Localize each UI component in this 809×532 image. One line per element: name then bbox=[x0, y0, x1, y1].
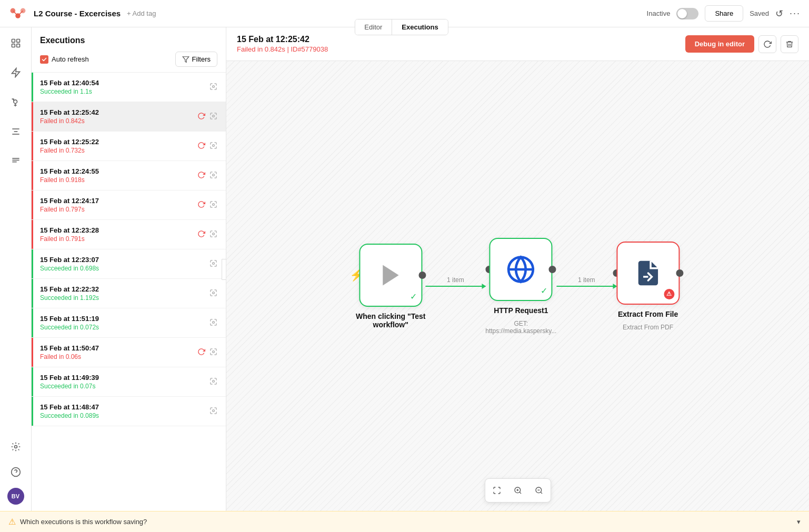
execution-list-item[interactable]: 15 Feb at 11:48:47Succeeded in 0.089s bbox=[32, 397, 226, 426]
execution-list-item[interactable]: 15 Feb at 12:23:28Failed in 0.791s bbox=[32, 220, 226, 249]
node-extract[interactable]: ⚠ Extract From File Extract From PDF bbox=[616, 242, 680, 331]
auto-refresh-checkbox[interactable] bbox=[40, 55, 48, 64]
retry-execution-icon[interactable] bbox=[197, 112, 205, 122]
more-options-icon[interactable]: ··· bbox=[790, 8, 801, 19]
zoom-out-button[interactable] bbox=[530, 481, 548, 500]
svg-point-31 bbox=[213, 380, 215, 382]
view-execution-icon[interactable] bbox=[209, 377, 217, 387]
svg-point-30 bbox=[213, 350, 215, 353]
retry-execution-icon[interactable] bbox=[197, 200, 205, 210]
view-execution-icon[interactable] bbox=[209, 259, 217, 269]
node-http[interactable]: ✓ HTTP Request1 GET: https://media.kaspe… bbox=[485, 238, 556, 335]
view-execution-icon[interactable] bbox=[209, 112, 217, 122]
svg-point-21 bbox=[213, 85, 215, 87]
execution-list-item[interactable]: 15 Feb at 12:40:54Succeeded in 1.1s bbox=[32, 73, 226, 102]
execution-status-bar bbox=[32, 73, 33, 102]
view-execution-icon[interactable] bbox=[209, 348, 217, 357]
debug-in-editor-button[interactable]: Debug in editor bbox=[685, 35, 754, 53]
svg-point-17 bbox=[14, 446, 17, 448]
http-node-box[interactable]: ✓ bbox=[490, 238, 553, 301]
toggle-knob bbox=[677, 9, 687, 18]
execution-status-bar bbox=[32, 367, 33, 396]
inactive-label: Inactive bbox=[647, 9, 671, 17]
view-execution-icon[interactable] bbox=[209, 230, 217, 239]
view-execution-icon[interactable] bbox=[209, 318, 217, 328]
execution-list-item[interactable]: 15 Feb at 12:24:55Failed in 0.918s bbox=[32, 161, 226, 190]
execution-status-bar bbox=[32, 308, 33, 337]
view-execution-icon[interactable] bbox=[209, 289, 217, 298]
extract-error-badge: ⚠ bbox=[664, 289, 674, 299]
sidebar-item-settings[interactable] bbox=[6, 437, 25, 456]
zoom-in-button[interactable] bbox=[508, 481, 527, 500]
execution-date: 15 Feb at 12:25:22 bbox=[40, 138, 197, 146]
user-avatar[interactable]: BV bbox=[7, 488, 24, 505]
sidebar-item-workflows[interactable] bbox=[6, 34, 25, 53]
bottom-bar-text: Which executions is this workflow saving… bbox=[20, 518, 147, 526]
svg-point-24 bbox=[213, 174, 215, 176]
sidebar-item-help[interactable] bbox=[6, 463, 25, 481]
sidebar-item-integrations[interactable] bbox=[6, 63, 25, 82]
execution-list-item[interactable]: 15 Feb at 12:24:17Failed in 0.797s bbox=[32, 190, 226, 220]
view-execution-icon[interactable] bbox=[209, 171, 217, 180]
retry-execution-icon[interactable] bbox=[197, 142, 205, 151]
sidebar-bottom: BV bbox=[6, 437, 25, 505]
execution-date: 15 Feb at 12:23:28 bbox=[40, 226, 197, 234]
svg-point-22 bbox=[213, 115, 215, 117]
inactive-toggle[interactable] bbox=[676, 8, 698, 19]
view-execution-icon[interactable] bbox=[209, 83, 217, 92]
view-execution-icon[interactable] bbox=[209, 200, 217, 210]
execution-list-item[interactable]: 15 Feb at 12:22:32Succeeded in 1.192s bbox=[32, 279, 226, 308]
execution-list-item[interactable]: 15 Feb at 11:51:19Succeeded in 0.072s bbox=[32, 308, 226, 338]
execution-list-item[interactable]: 15 Feb at 12:25:22Failed in 0.732s bbox=[32, 132, 226, 161]
retry-execution-icon[interactable] bbox=[197, 348, 205, 357]
trigger-node-box[interactable]: ✓ bbox=[359, 244, 422, 307]
sidebar-item-logs[interactable] bbox=[6, 152, 25, 170]
sidebar-item-credentials[interactable] bbox=[6, 93, 25, 112]
warning-icon: ⚠ bbox=[8, 517, 16, 527]
svg-rect-5 bbox=[12, 39, 15, 43]
trigger-check-icon: ✓ bbox=[410, 292, 417, 302]
svg-rect-8 bbox=[16, 44, 19, 47]
execution-list-item[interactable]: 15 Feb at 12:23:07Succeeded in 0.698s bbox=[32, 249, 226, 279]
connection-2-label: 1 item bbox=[578, 276, 595, 284]
auto-refresh-control[interactable]: Auto refresh bbox=[40, 55, 89, 64]
execution-status-bar bbox=[32, 161, 33, 190]
execution-status-bar bbox=[32, 249, 33, 278]
svg-point-29 bbox=[213, 321, 215, 323]
execution-status: Failed in 0.791s bbox=[40, 235, 197, 243]
view-execution-icon[interactable] bbox=[209, 407, 217, 416]
share-button[interactable]: Share bbox=[705, 5, 743, 22]
execution-status-bar bbox=[32, 397, 33, 426]
view-execution-icon[interactable] bbox=[209, 142, 217, 151]
svg-point-23 bbox=[213, 144, 215, 146]
execution-list-item[interactable]: 15 Feb at 11:50:47Failed in 0.06s bbox=[32, 338, 226, 367]
node-trigger[interactable]: ⚡ ✓ When clicking "Test workflow" bbox=[356, 244, 426, 329]
filter-label: Filters bbox=[192, 55, 211, 63]
top-bar: L2 Course - Excercises + Add tag Editor … bbox=[0, 0, 809, 27]
fit-view-button[interactable] bbox=[487, 481, 506, 500]
delete-button[interactable] bbox=[781, 35, 798, 53]
retry-button[interactable] bbox=[758, 35, 776, 53]
canvas-actions: Debug in editor bbox=[685, 35, 798, 53]
svg-point-10 bbox=[13, 100, 17, 104]
canvas-title: 15 Feb at 12:25:42 bbox=[237, 35, 685, 44]
trigger-node-label: When clicking "Test workflow" bbox=[356, 312, 426, 329]
collapse-panel-button[interactable]: › bbox=[222, 259, 226, 280]
filter-button[interactable]: Filters bbox=[175, 52, 217, 67]
execution-date: 15 Feb at 12:24:17 bbox=[40, 197, 197, 205]
extract-node-box[interactable]: ⚠ bbox=[616, 242, 680, 305]
extract-output-dot bbox=[676, 269, 683, 277]
sidebar-item-variables[interactable] bbox=[6, 122, 25, 141]
history-icon[interactable]: ↺ bbox=[775, 8, 783, 19]
retry-execution-icon[interactable] bbox=[197, 230, 205, 239]
execution-status: Succeeded in 1.1s bbox=[40, 88, 209, 95]
svg-rect-7 bbox=[12, 44, 15, 47]
execution-list-item[interactable]: 15 Feb at 11:49:39Succeeded in 0.07s bbox=[32, 367, 226, 397]
add-tag-btn[interactable]: + Add tag bbox=[127, 9, 156, 17]
svg-point-28 bbox=[213, 292, 215, 294]
bottom-bar-expand-button[interactable]: ▾ bbox=[797, 518, 801, 526]
execution-status: Failed in 0.797s bbox=[40, 206, 197, 213]
execution-list-item[interactable]: 15 Feb at 12:25:42Failed in 0.842s bbox=[32, 102, 226, 132]
logo bbox=[8, 4, 27, 23]
retry-execution-icon[interactable] bbox=[197, 171, 205, 180]
